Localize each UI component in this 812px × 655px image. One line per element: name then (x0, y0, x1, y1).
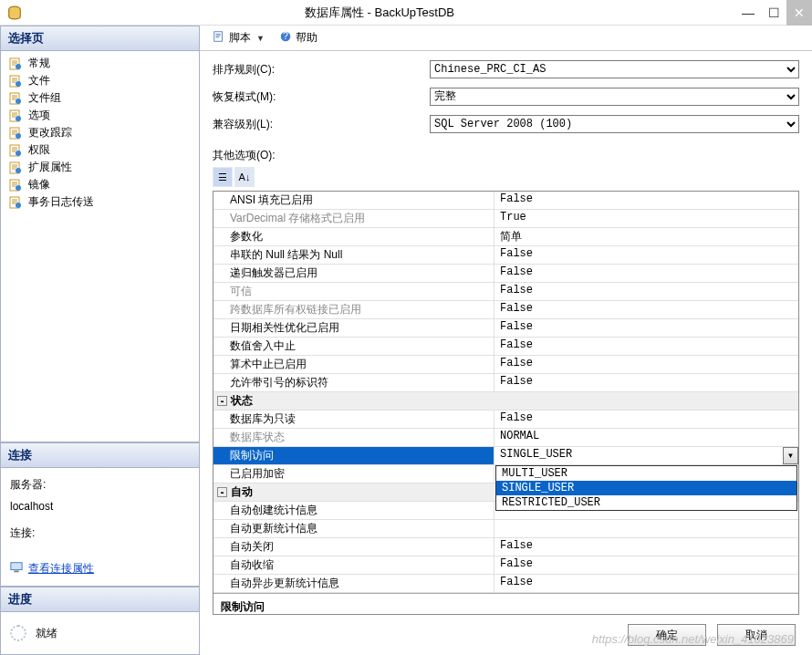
collation-label: 排序规则(C): (213, 62, 430, 78)
progress-header: 进度 (0, 587, 199, 612)
dialog-buttons: 确定 取消 https://blog.csdn.net/weixin_41023… (200, 615, 812, 655)
collapse-icon[interactable]: - (217, 396, 227, 406)
svg-point-10 (16, 133, 21, 139)
svg-point-16 (16, 185, 21, 191)
sidebar-item[interactable]: 事务日志传送 (1, 193, 199, 211)
chevron-down-icon: ▼ (256, 34, 265, 43)
property-name: 自动关闭 (213, 538, 494, 556)
property-name: 参数化 (213, 228, 494, 245)
property-row[interactable]: 自动更新统计信息 (213, 520, 798, 538)
property-row[interactable]: ANSI 填充已启用False (213, 192, 798, 210)
category-row[interactable]: -状态 (213, 392, 798, 411)
sidebar-item-label: 文件组 (28, 90, 61, 106)
app-icon (5, 4, 24, 22)
property-value: False (494, 356, 798, 373)
help-icon: ? (279, 30, 292, 46)
sidebar-item[interactable]: 常规 (1, 55, 199, 72)
property-name: 日期相关性优化已启用 (213, 319, 494, 337)
property-row-selected[interactable]: 限制访问SINGLE_USER▼ (213, 447, 798, 465)
svg-point-4 (16, 81, 21, 87)
nav-list: 常规文件文件组选项更改跟踪权限扩展属性镜像事务日志传送 (0, 51, 199, 442)
page-icon (8, 143, 23, 158)
property-row[interactable]: 参数化简单 (213, 228, 798, 246)
property-value: False (494, 538, 798, 556)
property-value: False (494, 411, 798, 428)
propertygrid-toolbar: ☰ A↓ (213, 167, 799, 187)
compat-label: 兼容级别(L): (213, 117, 430, 132)
window-title: 数据库属性 - BackUpTestDB (24, 5, 735, 21)
sidebar-item[interactable]: 扩展属性 (1, 159, 199, 176)
recovery-select[interactable]: 完整 (430, 88, 799, 106)
help-button[interactable]: ? 帮助 (274, 28, 323, 47)
sidebar-item-label: 常规 (28, 56, 50, 71)
property-name: 已启用加密 (213, 465, 494, 483)
property-value: False (494, 338, 798, 355)
svg-rect-19 (11, 563, 22, 570)
sidebar-item-label: 权限 (28, 142, 50, 158)
recovery-label: 恢复模式(M): (213, 89, 430, 105)
property-name: 自动更新统计信息 (213, 520, 494, 537)
property-row[interactable]: 可信False (213, 283, 798, 301)
restrict-access-dropdown[interactable]: MULTI_USERSINGLE_USERRESTRICTED_USER (495, 465, 797, 511)
sidebar-item[interactable]: 权限 (1, 141, 199, 159)
property-row[interactable]: 递归触发器已启用False (213, 265, 798, 283)
sidebar-item[interactable]: 文件组 (1, 89, 199, 107)
script-button[interactable]: 脚本▼ (207, 28, 270, 47)
select-page-header: 选择页 (0, 26, 199, 51)
left-column: 选择页 常规文件文件组选项更改跟踪权限扩展属性镜像事务日志传送 连接 服务器: … (0, 26, 199, 655)
view-connection-props-link[interactable]: 查看连接属性 (10, 561, 190, 577)
ok-button[interactable]: 确定 (628, 624, 706, 646)
property-grid: ANSI 填充已启用FalseVarDecimal 存储格式已启用True参数化… (213, 191, 799, 615)
sidebar-item[interactable]: 镜像 (1, 176, 199, 193)
property-name: 自动异步更新统计信息 (213, 575, 494, 592)
other-options-label: 其他选项(O): (213, 148, 799, 163)
monitor-icon (10, 561, 23, 577)
property-name: 数据库为只读 (213, 411, 494, 428)
property-row[interactable]: 串联的 Null 结果为 NullFalse (213, 246, 798, 265)
maximize-button[interactable]: ☐ (761, 0, 786, 26)
svg-point-8 (16, 116, 21, 121)
property-row[interactable]: 数据库状态NORMAL (213, 429, 798, 447)
categorized-button[interactable]: ☰ (213, 167, 233, 187)
property-value: False (494, 374, 798, 391)
server-value: localhost (10, 500, 190, 513)
alphabetical-button[interactable]: A↓ (234, 167, 255, 187)
script-icon (213, 30, 225, 46)
property-row[interactable]: 数值舍入中止False (213, 338, 798, 356)
compat-select[interactable]: SQL Server 2008 (100) (430, 115, 799, 133)
minimize-button[interactable]: — (735, 0, 761, 26)
property-row[interactable]: 日期相关性优化已启用False (213, 319, 798, 338)
right-column: 脚本▼ ? 帮助 排序规则(C): Chinese_PRC_CI_AS 恢复模式… (199, 26, 812, 655)
sidebar-item-label: 扩展属性 (28, 160, 72, 175)
property-row[interactable]: 跨数据库所有权链接已启用False (213, 301, 798, 319)
window-controls: — ☐ ✕ (735, 0, 812, 26)
property-row[interactable]: 自动收缩False (213, 556, 798, 575)
property-row[interactable]: 允许带引号的标识符False (213, 374, 798, 392)
dropdown-item[interactable]: MULTI_USER (496, 466, 796, 481)
conn-label: 连接: (10, 525, 190, 541)
property-value[interactable]: SINGLE_USER▼ (494, 447, 798, 464)
page-icon (8, 178, 23, 192)
sidebar-item[interactable]: 更改跟踪 (1, 124, 199, 141)
property-row[interactable]: 自动异步更新统计信息False (213, 575, 798, 593)
svg-point-12 (16, 151, 21, 156)
property-row[interactable]: 算术中止已启用False (213, 356, 798, 374)
connection-body: 服务器: localhost 连接: 查看连接属性 (0, 468, 199, 587)
svg-point-2 (16, 64, 21, 69)
property-row[interactable]: VarDecimal 存储格式已启用True (213, 210, 798, 228)
connection-header: 连接 (0, 442, 199, 468)
close-button[interactable]: ✕ (786, 0, 812, 26)
dropdown-button[interactable]: ▼ (783, 447, 798, 464)
dropdown-item[interactable]: RESTRICTED_USER (496, 495, 796, 510)
sidebar-item[interactable]: 文件 (1, 72, 199, 89)
cancel-button[interactable]: 取消 (717, 624, 796, 646)
sidebar-item[interactable]: 选项 (1, 107, 199, 124)
sidebar-item-label: 文件 (28, 73, 50, 88)
property-row[interactable]: 自动关闭False (213, 538, 798, 556)
collapse-icon[interactable]: - (217, 487, 227, 497)
dropdown-item[interactable]: SINGLE_USER (496, 481, 796, 495)
toolbar: 脚本▼ ? 帮助 (200, 26, 812, 51)
property-row[interactable]: 数据库为只读False (213, 411, 798, 429)
collation-select[interactable]: Chinese_PRC_CI_AS (430, 60, 799, 78)
property-name: 数据库状态 (213, 429, 494, 446)
